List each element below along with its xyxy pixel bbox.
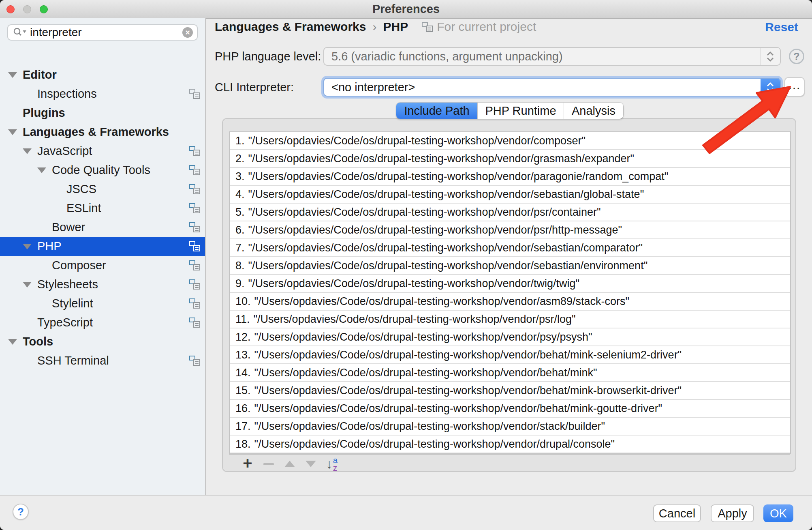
- sort-alphabetically-button[interactable]: ↓ a z: [321, 456, 342, 472]
- browse-interpreters-button[interactable]: …: [784, 77, 805, 97]
- include-path-row[interactable]: 3."/Users/opdavies/Code/os/drupal-testin…: [230, 168, 790, 186]
- help-button[interactable]: ?: [13, 504, 29, 520]
- chevron-down-icon[interactable]: [23, 148, 37, 154]
- sort-az-icon: a z: [333, 456, 338, 472]
- include-path-panel: 1."/Users/opdavies/Code/os/drupal-testin…: [222, 118, 796, 472]
- move-down-button[interactable]: [300, 456, 321, 472]
- chevron-down-icon[interactable]: [8, 339, 23, 345]
- preferences-window: Preferences × Editor Inspections: [0, 0, 812, 530]
- include-path-row[interactable]: 14."/Users/opdavies/Code/os/drupal-testi…: [230, 364, 790, 382]
- sidebar-item-label: Stylesheets: [37, 278, 98, 291]
- row-number: 13.: [235, 349, 251, 361]
- clear-search-icon[interactable]: ×: [182, 27, 193, 38]
- sidebar-item-stylelint[interactable]: Stylelint: [0, 294, 205, 313]
- sidebar-item-label: SSH Terminal: [37, 354, 109, 367]
- sidebar-item-label: ESLint: [66, 202, 101, 215]
- sidebar-item-composer[interactable]: Composer: [0, 256, 205, 275]
- per-project-pages-icon: [189, 165, 200, 175]
- sidebar-item-label: Composer: [52, 259, 106, 272]
- minimize-button[interactable]: [23, 5, 31, 13]
- include-path-row[interactable]: 13."/Users/opdavies/Code/os/drupal-testi…: [230, 346, 790, 364]
- include-path-row[interactable]: 6."/Users/opdavies/Code/os/drupal-testin…: [230, 221, 790, 239]
- per-project-pages-icon: [189, 356, 200, 366]
- sidebar-item-label: Tools: [23, 335, 53, 348]
- sidebar-item-label: Languages & Frameworks: [23, 125, 169, 139]
- cli-interpreter-select[interactable]: <no interpreter>: [323, 78, 781, 97]
- sidebar-item-code-quality-tools[interactable]: Code Quality Tools: [0, 161, 205, 180]
- include-path-row[interactable]: 5."/Users/opdavies/Code/os/drupal-testin…: [230, 204, 790, 221]
- scope-label: For current project: [437, 20, 536, 34]
- include-path-row[interactable]: 18."/Users/opdavies/Code/os/drupal-testi…: [230, 436, 790, 453]
- field-help-icon[interactable]: ?: [789, 49, 804, 64]
- include-path-row[interactable]: 17."/Users/opdavies/Code/os/drupal-testi…: [230, 418, 790, 436]
- ok-button[interactable]: OK: [763, 504, 793, 522]
- language-level-select[interactable]: 5.6 (variadic functions, argument unpack…: [323, 47, 781, 66]
- sidebar-item-languages-frameworks[interactable]: Languages & Frameworks: [0, 122, 205, 142]
- sidebar-item-label: TypeScript: [37, 316, 93, 329]
- cancel-button[interactable]: Cancel: [653, 504, 701, 522]
- sidebar-item-ssh-terminal[interactable]: SSH Terminal: [0, 351, 205, 370]
- search-field[interactable]: ×: [7, 24, 198, 41]
- include-path-row[interactable]: 16."/Users/opdavies/Code/os/drupal-testi…: [230, 400, 790, 418]
- sidebar-item-jscs[interactable]: JSCS: [0, 180, 205, 199]
- row-number: 2.: [235, 152, 245, 165]
- include-path-row[interactable]: 7."/Users/opdavies/Code/os/drupal-testin…: [230, 239, 790, 257]
- chevron-slot: [37, 263, 52, 268]
- include-path-row[interactable]: 8."/Users/opdavies/Code/os/drupal-testin…: [230, 257, 790, 275]
- sidebar-item-bower[interactable]: Bower: [0, 218, 205, 237]
- move-up-button[interactable]: [279, 456, 300, 472]
- row-number: 1.: [235, 135, 245, 147]
- arrow-up-icon: [284, 461, 295, 467]
- stepper-chevrons-icon[interactable]: [761, 79, 780, 96]
- include-path-row[interactable]: 15."/Users/opdavies/Code/os/drupal-testi…: [230, 382, 790, 400]
- tab-php-runtime[interactable]: PHP Runtime: [477, 103, 564, 119]
- search-icon[interactable]: [13, 27, 27, 38]
- per-project-pages-icon: [189, 260, 200, 270]
- include-path-row[interactable]: 1."/Users/opdavies/Code/os/drupal-testin…: [230, 132, 790, 150]
- include-path-row[interactable]: 9."/Users/opdavies/Code/os/drupal-testin…: [230, 275, 790, 293]
- sidebar-item-eslint[interactable]: ESLint: [0, 199, 205, 218]
- add-path-button[interactable]: +: [237, 456, 258, 472]
- include-path-row[interactable]: 4."/Users/opdavies/Code/os/drupal-testin…: [230, 186, 790, 204]
- per-project-pages-icon: [189, 146, 200, 156]
- sidebar-item-editor[interactable]: Editor: [0, 65, 205, 84]
- sidebar-item-stylesheets[interactable]: Stylesheets: [0, 275, 205, 294]
- zoom-button[interactable]: [40, 5, 48, 13]
- chevron-down-icon[interactable]: [23, 244, 37, 249]
- chevron-down-icon[interactable]: [8, 72, 23, 78]
- search-input[interactable]: [30, 26, 182, 39]
- remove-path-button[interactable]: [258, 456, 279, 472]
- sidebar-item-javascript[interactable]: JavaScript: [0, 142, 205, 161]
- include-path-list: 1."/Users/opdavies/Code/os/drupal-testin…: [229, 131, 791, 454]
- sidebar-item-plugins[interactable]: Plugins: [0, 103, 205, 122]
- row-path: "/Users/opdavies/Code/os/drupal-testing-…: [254, 402, 662, 415]
- row-path: "/Users/opdavies/Code/os/drupal-testing-…: [248, 224, 622, 236]
- per-project-pages-icon: [189, 184, 200, 194]
- include-path-row[interactable]: 11."/Users/opdavies/Code/os/drupal-testi…: [230, 311, 790, 328]
- chevron-down-icon[interactable]: [23, 282, 37, 288]
- row-path: "/Users/opdavies/Code/os/drupal-testing-…: [248, 260, 648, 272]
- language-level-label: PHP language level:: [215, 47, 321, 66]
- row-path: "/Users/opdavies/Code/os/drupal-testing-…: [248, 135, 586, 147]
- row-number: 6.: [235, 224, 245, 236]
- sidebar-item-typescript[interactable]: TypeScript: [0, 313, 205, 332]
- row-path: "/Users/opdavies/Code/os/drupal-testing-…: [248, 277, 580, 290]
- sidebar-item-inspections[interactable]: Inspections: [0, 84, 205, 103]
- reset-link[interactable]: Reset: [765, 20, 798, 34]
- include-path-row[interactable]: 2."/Users/opdavies/Code/os/drupal-testin…: [230, 150, 790, 168]
- chevron-slot: [37, 225, 52, 230]
- chevron-down-icon[interactable]: [37, 167, 52, 173]
- tab-analysis[interactable]: Analysis: [564, 103, 623, 119]
- traffic-lights: [6, 5, 48, 13]
- chevron-down-icon[interactable]: [8, 129, 23, 135]
- row-path: "/Users/opdavies/Code/os/drupal-testing-…: [254, 384, 682, 397]
- include-path-row[interactable]: 12."/Users/opdavies/Code/os/drupal-testi…: [230, 328, 790, 346]
- breadcrumb-php: PHP: [383, 20, 408, 34]
- sidebar-item-tools[interactable]: Tools: [0, 332, 205, 351]
- tab-include-path[interactable]: Include Path: [396, 103, 477, 119]
- sidebar-item-php[interactable]: PHP: [0, 237, 205, 256]
- close-button[interactable]: [6, 5, 15, 13]
- apply-button[interactable]: Apply: [711, 504, 754, 522]
- stepper-chevrons-icon[interactable]: [760, 48, 780, 65]
- include-path-row[interactable]: 10."/Users/opdavies/Code/os/drupal-testi…: [230, 293, 790, 311]
